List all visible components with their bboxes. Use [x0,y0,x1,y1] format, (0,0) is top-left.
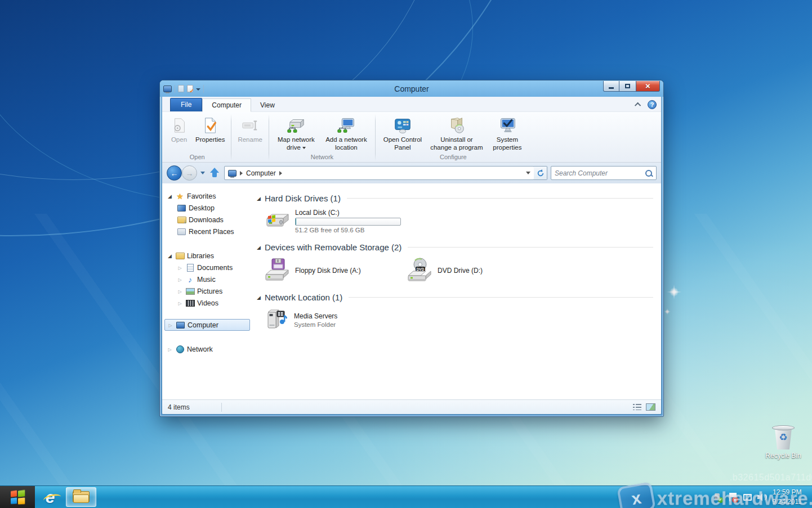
sidebar-item-recent-places[interactable]: Recent Places [164,226,252,237]
ribbon-separator [269,114,269,161]
section-header-hard-disk-drives[interactable]: Hard Disk Drives (1) [257,194,653,203]
add-network-location-button[interactable]: Add a network location [321,115,372,152]
tab-computer[interactable]: Computer [202,98,251,112]
minimize-ribbon-icon[interactable] [635,102,641,109]
rename-button[interactable]: Rename [235,115,265,145]
sidebar-item-libraries[interactable]: Libraries [164,250,252,262]
usb-device-icon[interactable] [713,492,722,502]
ribbon-group-rename: Rename [233,113,267,162]
search-input[interactable] [555,169,645,177]
new-folder-icon[interactable] [178,85,184,92]
explorer-window-icon[interactable] [163,86,172,92]
breadcrumb-computer[interactable]: Computer [246,169,276,177]
close-icon [645,81,650,91]
maximize-button[interactable] [619,81,636,92]
properties-qat-icon[interactable] [187,85,193,92]
recycle-bin-icon[interactable] [772,425,795,451]
sidebar-item-documents[interactable]: Documents [164,262,252,273]
drive-name: Local Disk (C:) [295,209,401,217]
recycle-bin[interactable]: Recycle Bin [761,425,805,460]
start-button[interactable] [0,486,35,508]
back-button[interactable] [167,165,182,181]
collapse-arrow-icon[interactable] [257,245,261,250]
large-icons-view-icon[interactable] [646,403,655,411]
ribbon-group-network: Map network drive Add a network location… [270,113,374,162]
breadcrumb-chevron-icon[interactable] [279,171,282,176]
section-header-network-location[interactable]: Network Location (1) [257,293,653,302]
open-icon [169,116,189,134]
map-network-drive-button[interactable]: Map network drive [273,115,320,152]
address-bar[interactable]: Computer [224,166,534,180]
ribbon-group-label: Open [167,152,227,162]
titlebar[interactable]: Computer [160,80,663,97]
collapse-arrow-icon[interactable] [257,295,261,300]
drive-tile-dvd-d[interactable]: DVD DVD Drive (D:) [399,254,542,288]
collapse-arrow-icon[interactable] [257,196,261,201]
expand-arrow-icon[interactable] [177,300,183,306]
minimize-button[interactable] [603,81,619,92]
drive-tile-local-disk-c[interactable]: Local Disk (C:) 51.2 GB free of 59.6 GB [257,205,414,238]
volume-icon[interactable] [757,492,766,502]
network-tray-icon[interactable] [742,492,752,502]
taskbar-file-explorer[interactable] [66,487,96,507]
sidebar-item-pictures[interactable]: Pictures [164,285,252,297]
uninstall-program-button[interactable]: Uninstall or change a program [427,115,486,152]
navigation-pane: Favorites Desktop Downloads Recent Place… [162,183,252,399]
network-tile-media-servers[interactable]: Media Servers System Folder [257,304,399,337]
system-properties-button[interactable]: System properties [487,115,528,152]
up-button[interactable] [208,167,221,180]
sidebar-item-desktop[interactable]: Desktop [164,202,252,214]
customize-qat-dropdown-icon[interactable] [196,88,200,91]
open-button[interactable]: Open [167,115,191,145]
refresh-button[interactable] [534,166,547,180]
sidebar-item-videos[interactable]: Videos [164,297,252,309]
collapse-arrow-icon[interactable] [167,253,173,259]
details-view-icon[interactable] [633,403,641,411]
expand-arrow-icon[interactable] [167,347,173,352]
expand-arrow-icon[interactable] [177,265,183,271]
videos-icon [185,299,195,307]
open-control-panel-button[interactable]: Open Control Panel [379,115,426,152]
expand-arrow-icon[interactable] [167,322,173,328]
capacity-bar-fill [296,218,296,226]
drive-capacity-text: 51.2 GB free of 59.6 GB [295,227,401,233]
refresh-icon [537,169,545,177]
section-header-removable-storage[interactable]: Devices with Removable Storage (2) [257,242,653,252]
ribbon-controls [636,100,657,111]
tab-view[interactable]: View [251,99,284,111]
media-server-icon [264,308,289,332]
section-rule [408,247,653,248]
close-button[interactable] [636,81,660,92]
taskbar-clock[interactable]: 12:59 PM 9/24/2011 [771,488,808,507]
collapse-arrow-icon[interactable] [167,194,173,199]
tab-file[interactable]: File [170,98,202,111]
sidebar-item-music[interactable]: Music [164,273,252,285]
search-box[interactable] [551,166,657,180]
search-icon[interactable] [645,169,653,177]
action-center-icon[interactable]: ✕ [728,492,737,502]
section-rule [347,198,653,199]
system-tray: ✕ 12:59 PM 9/24/2011 [713,486,812,508]
recent-pages-dropdown-icon[interactable] [200,172,205,174]
navigation-bar: Computer [162,163,661,183]
qat-separator [175,85,175,93]
breadcrumb-chevron-icon[interactable] [240,171,243,176]
expand-arrow-icon[interactable] [177,277,183,282]
sidebar-item-computer[interactable]: Computer [164,319,250,331]
drive-tile-floppy-a[interactable]: Floppy Disk Drive (A:) [257,254,399,288]
forward-button[interactable] [182,165,197,181]
ribbon-tab-bar: File Computer View [162,97,661,111]
expand-arrow-icon[interactable] [177,289,183,294]
sidebar-item-network[interactable]: Network [164,343,252,355]
sidebar-item-favorites[interactable]: Favorites [164,190,252,202]
properties-button[interactable]: Properties [193,115,227,145]
ribbon-group-label: Network [273,152,372,162]
sidebar-item-downloads[interactable]: Downloads [164,214,252,226]
qat-separator [203,85,204,93]
map-network-drive-icon [287,116,306,134]
taskbar-internet-explorer[interactable]: e [35,486,65,508]
maximize-icon [625,84,630,88]
help-icon[interactable] [648,100,657,109]
floppy-drive-icon [264,258,291,284]
address-dropdown-icon[interactable] [526,172,530,174]
